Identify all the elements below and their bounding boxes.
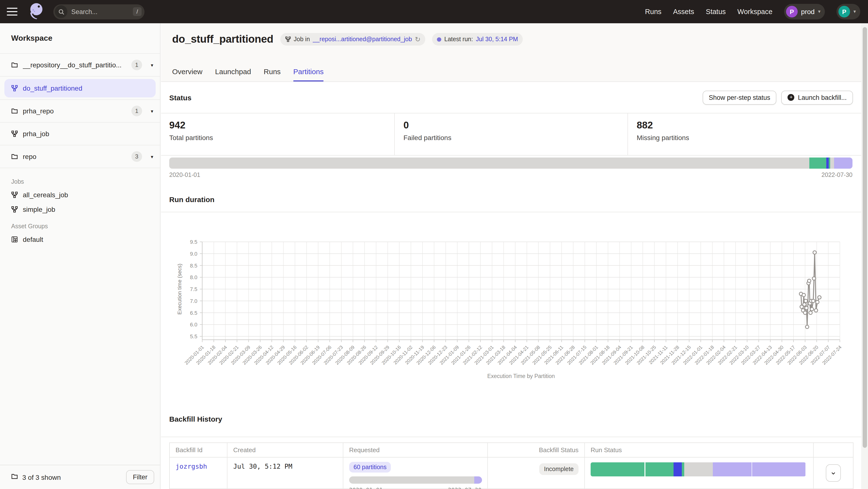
run-duration-chart: 2020-01-012020-01-182020-02-042020-02-21… bbox=[161, 223, 861, 385]
data-point-marker[interactable] bbox=[816, 300, 819, 304]
deployment-label: prod bbox=[801, 8, 815, 15]
sidebar-item-label: prha_job bbox=[23, 130, 49, 138]
cell-created: Jul 30, 5:12 PM bbox=[227, 457, 343, 489]
scrollbar-track[interactable] bbox=[861, 23, 868, 489]
user-menu[interactable]: P ▾ bbox=[836, 4, 860, 20]
topbar-link-status[interactable]: Status bbox=[706, 8, 726, 15]
data-point-marker[interactable] bbox=[804, 311, 807, 315]
sidebar-item-label: default bbox=[23, 235, 43, 243]
sidebar-items: __repository__do_stuff_partitio...1▾do_s… bbox=[0, 54, 160, 168]
sidebar-item-prha-repo[interactable]: prha_repo1▾ bbox=[0, 100, 160, 123]
bar-segment-gray bbox=[169, 158, 809, 169]
caret-down-icon[interactable]: ▾ bbox=[151, 62, 153, 68]
sidebar-section-label-jobs: Jobs bbox=[0, 176, 160, 188]
backfill-table: Backfill IdCreatedRequestedBackfill Stat… bbox=[169, 443, 854, 489]
bar-segment-gray bbox=[349, 477, 474, 484]
top-nav: RunsAssetsStatusWorkspace bbox=[645, 8, 772, 15]
partition-stats: 942Total partitions0Failed partitions882… bbox=[169, 113, 852, 155]
job-icon bbox=[11, 206, 18, 213]
sidebar-item-label: prha_repo bbox=[23, 107, 54, 115]
data-point-marker[interactable] bbox=[802, 293, 805, 297]
sidebar-item-prha-job[interactable]: prha_job bbox=[0, 123, 160, 145]
stat-failed-partitions: 0Failed partitions bbox=[394, 113, 627, 155]
search-input[interactable]: Search... / bbox=[53, 4, 145, 19]
data-point-marker[interactable] bbox=[813, 251, 816, 254]
sidebar-item-repo[interactable]: repo3▾ bbox=[0, 145, 160, 168]
column-header-backfill-status: Backfill Status bbox=[488, 443, 585, 457]
requested-partition-bar bbox=[349, 477, 482, 484]
cell-backfill-status: Incomplete bbox=[488, 457, 585, 489]
data-point-marker[interactable] bbox=[818, 296, 821, 299]
y-tick-label: 9.0 bbox=[190, 251, 197, 257]
backfill-id-link[interactable]: jozrgsbh bbox=[176, 462, 207, 470]
topbar-link-workspace[interactable]: Workspace bbox=[737, 8, 772, 15]
launch-backfill-button[interactable]: + Launch backfill... bbox=[781, 90, 853, 104]
sidebar-sections: Jobsall_cereals_jobsimple_jobAsset Group… bbox=[0, 168, 160, 247]
refresh-icon[interactable]: ↻ bbox=[415, 35, 421, 43]
cell-run-status bbox=[585, 457, 814, 489]
sidebar-item-default[interactable]: default bbox=[0, 232, 160, 247]
data-point-marker[interactable] bbox=[805, 325, 809, 329]
topbar-link-runs[interactable]: Runs bbox=[645, 8, 661, 15]
stat-label: Failed partitions bbox=[403, 134, 627, 141]
tab-partitions[interactable]: Partitions bbox=[293, 67, 324, 82]
latest-run-link[interactable]: Jul 30, 5:14 PM bbox=[476, 36, 518, 43]
latest-run-tag: Latest run: Jul 30, 5:14 PM bbox=[432, 33, 523, 45]
caret-down-icon[interactable]: ▾ bbox=[151, 108, 153, 113]
bar-segment-purple bbox=[752, 462, 805, 477]
data-point-marker[interactable] bbox=[811, 299, 815, 303]
data-point-marker[interactable] bbox=[804, 299, 807, 303]
column-header-backfill-id: Backfill Id bbox=[170, 443, 227, 457]
column-header-created: Created bbox=[227, 443, 343, 457]
topbar-link-assets[interactable]: Assets bbox=[673, 8, 694, 15]
y-axis-title: Execution time (secs) bbox=[177, 264, 183, 315]
bar-segment-purple bbox=[713, 462, 751, 477]
sidebar-item-label: __repository__do_stuff_partitio... bbox=[23, 61, 121, 69]
bar-segment-indigo bbox=[674, 462, 682, 477]
requested-end-date: 2022-07-30 bbox=[448, 487, 482, 489]
data-point-marker[interactable] bbox=[812, 277, 816, 280]
sidebar-item-all-cereals-job[interactable]: all_cereals_job bbox=[0, 188, 160, 202]
requested-start-date: 2020-01-01 bbox=[349, 487, 383, 489]
data-point-marker[interactable] bbox=[807, 279, 811, 283]
row-expand-button[interactable] bbox=[826, 464, 841, 482]
job-icon bbox=[285, 36, 291, 42]
top-bar: Search... / RunsAssetsStatusWorkspace P … bbox=[0, 0, 868, 23]
job-icon bbox=[11, 85, 18, 92]
cell-requested: 60 partitions2020-01-012022-07-30 bbox=[343, 457, 488, 489]
bar-segment-purple bbox=[474, 477, 482, 484]
partition-status-bar[interactable] bbox=[169, 158, 852, 169]
data-point-marker[interactable] bbox=[810, 307, 814, 311]
sidebar-section-label-asset-groups: Asset Groups bbox=[0, 221, 160, 232]
item-count-badge: 1 bbox=[131, 106, 142, 116]
search-placeholder: Search... bbox=[71, 8, 133, 15]
data-point-marker[interactable] bbox=[805, 306, 808, 310]
data-point-marker[interactable] bbox=[814, 309, 818, 312]
main-panel: do_stuff_partitioned Job in __reposi...a… bbox=[161, 23, 868, 489]
run-status-bar[interactable] bbox=[591, 462, 806, 477]
requested-partitions-chip[interactable]: 60 partitions bbox=[349, 462, 391, 472]
hamburger-menu-icon[interactable] bbox=[7, 8, 18, 15]
backfill-history-heading: Backfill History bbox=[169, 415, 222, 423]
search-shortcut-key: / bbox=[133, 7, 142, 16]
caret-down-icon[interactable]: ▾ bbox=[151, 154, 153, 159]
item-count-badge: 1 bbox=[131, 60, 142, 70]
stat-value: 0 bbox=[403, 120, 627, 131]
sidebar-item-simple-job[interactable]: simple_job bbox=[0, 202, 160, 217]
tab-runs[interactable]: Runs bbox=[264, 67, 281, 82]
sidebar-item-repository-do-stuff-partitio[interactable]: __repository__do_stuff_partitio...1▾ bbox=[0, 54, 160, 76]
filter-button[interactable]: Filter bbox=[126, 470, 154, 484]
data-point-marker[interactable] bbox=[803, 303, 806, 306]
job-tag-link[interactable]: __reposi...artitioned@partitioned_job bbox=[313, 36, 412, 43]
tab-launchpad[interactable]: Launchpad bbox=[215, 67, 251, 82]
job-tag-prefix: Job in bbox=[293, 36, 310, 43]
data-point-marker[interactable] bbox=[809, 311, 812, 315]
dagster-logo-icon[interactable] bbox=[27, 2, 44, 21]
item-count-badge: 3 bbox=[131, 151, 142, 162]
show-per-step-status-button[interactable]: Show per-step status bbox=[703, 90, 777, 104]
scrollbar-thumb[interactable] bbox=[862, 27, 867, 448]
deployment-switcher[interactable]: P prod ▾ bbox=[784, 4, 825, 20]
tab-overview[interactable]: Overview bbox=[172, 67, 203, 82]
bar-segment-purple bbox=[834, 158, 852, 169]
sidebar-item-do-stuff-partitioned[interactable]: do_stuff_partitioned bbox=[4, 79, 156, 97]
